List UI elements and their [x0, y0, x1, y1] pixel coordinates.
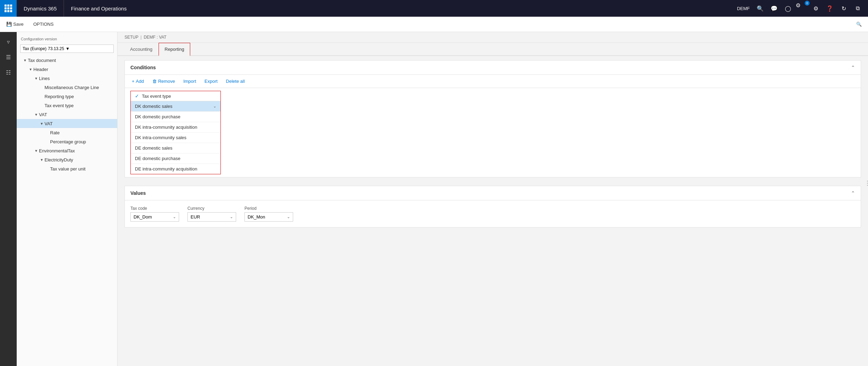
tree-arrow-tax-document: ▼	[22, 57, 28, 63]
search-icon-btn[interactable]: 🔍	[754, 2, 766, 15]
currency-value: EUR	[191, 214, 228, 220]
tree-arrow-tax-value-per-unit	[45, 166, 50, 172]
dk-intra-community-acquisition-label: DK intra-community acquisition	[135, 125, 197, 130]
tree-label-vat: VAT	[45, 121, 114, 126]
tree-item-reporting-type[interactable]: Reporting type	[17, 92, 117, 101]
check-icon: ✓	[135, 93, 139, 99]
content-area: SETUP | DEMF : VAT Accounting Reporting …	[118, 32, 868, 366]
app-name-label: Finance and Operations	[64, 0, 134, 17]
dropdown-row-de-intra-community-acquisition[interactable]: DE intra-community acquisition	[131, 164, 220, 174]
tree-arrow-lines: ▼	[33, 75, 39, 81]
fullscreen-icon-btn[interactable]: ⧉	[851, 2, 864, 15]
dk-intra-community-sales-label: DK intra-community sales	[135, 135, 186, 140]
options-button[interactable]: OPTIONS	[31, 20, 56, 28]
tree-label-electricity-duty: ElectricityDuty	[45, 157, 114, 162]
currency-field-group: Currency EUR ⌄	[187, 206, 236, 222]
currency-select[interactable]: EUR ⌄	[187, 212, 236, 222]
main-layout: ▿ ☰ ☷ Configuration version Tax (Europe)…	[0, 32, 868, 366]
export-button[interactable]: Export	[203, 78, 219, 85]
currency-chevron-icon: ⌄	[230, 215, 233, 219]
tree-item-percentage-group[interactable]: Percentage group	[17, 137, 117, 146]
filter-icon-btn[interactable]: ▿	[1, 35, 15, 49]
period-chevron-icon: ⌄	[287, 215, 290, 219]
add-icon: +	[132, 79, 135, 84]
tree-item-environmental-tax[interactable]: ▼ EnvironmentalTax	[17, 146, 117, 155]
dropdown-row-dk-intra-community-acquisition[interactable]: DK intra-community acquisition	[131, 122, 220, 133]
remove-icon: 🗑	[152, 79, 157, 84]
import-button[interactable]: Import	[182, 78, 198, 85]
apps-launcher-button[interactable]	[0, 0, 17, 17]
tab-accounting[interactable]: Accounting	[124, 43, 158, 56]
user-circle-icon-btn[interactable]: ◯	[782, 2, 794, 15]
tree-label-percentage-group: Percentage group	[50, 139, 114, 144]
tree-item-lines[interactable]: ▼ Lines	[17, 74, 117, 83]
tree-arrow-environmental-tax: ▼	[33, 148, 39, 153]
notification-count: 0	[805, 1, 810, 6]
tree-panel: Configuration version Tax (Europe) 73.13…	[17, 32, 118, 366]
config-version-dropdown[interactable]: Tax (Europe) 73.13.25 ▼	[20, 45, 114, 53]
help-icon-btn[interactable]: ❓	[823, 2, 836, 15]
dropdown-row-de-domestic-sales[interactable]: DE domestic sales	[131, 143, 220, 153]
config-dropdown-left: Tax (Europe)	[23, 46, 47, 51]
tax-code-value: DK_Dom	[134, 214, 171, 220]
values-collapse-btn[interactable]: ⌃	[851, 190, 855, 196]
de-domestic-sales-label: DE domestic sales	[135, 145, 172, 151]
dropdown-row-de-domestic-purchase[interactable]: DE domestic purchase	[131, 153, 220, 164]
tree-label-header: Header	[33, 67, 114, 72]
dropdown-row-dk-domestic-sales[interactable]: DK domestic sales ⌄	[131, 101, 220, 112]
user-label: DEMF	[734, 6, 753, 11]
import-label: Import	[183, 79, 196, 84]
tree-item-tax-document[interactable]: ▼ Tax document	[17, 56, 117, 65]
config-version-label: Configuration version	[17, 35, 117, 44]
notification-icon-btn[interactable]: ⚙ 0	[796, 2, 808, 15]
toolbar: 💾 Save OPTIONS 🔍	[0, 17, 868, 32]
tree-item-header[interactable]: ▼ Header	[17, 65, 117, 74]
tree-arrow-electricity-duty: ▼	[39, 157, 45, 162]
conditions-collapse-btn[interactable]: ⌃	[851, 65, 855, 70]
tree-item-electricity-duty[interactable]: ▼ ElectricityDuty	[17, 155, 117, 164]
toolbar-search-button[interactable]: 🔍	[854, 19, 864, 29]
options-label: OPTIONS	[33, 22, 54, 27]
dynamics365-label: Dynamics 365	[17, 0, 64, 17]
conditions-title: Conditions	[130, 65, 156, 70]
dropdown-header: ✓ Tax event type	[131, 91, 220, 101]
remove-button[interactable]: 🗑 Remove	[151, 78, 176, 85]
tree-item-rate[interactable]: Rate	[17, 128, 117, 137]
tree-item-vat-group[interactable]: ▼ VAT	[17, 110, 117, 119]
breadcrumb: SETUP | DEMF : VAT	[118, 32, 868, 43]
top-nav-right: DEMF 🔍 💬 ◯ ⚙ 0 ⚙ ❓ ↻ ⧉	[734, 2, 868, 15]
save-icon: 💾	[6, 22, 12, 27]
tax-code-select[interactable]: DK_Dom ⌄	[130, 212, 179, 222]
tree-item-misc-charge-line[interactable]: Miscellaneous Charge Line	[17, 83, 117, 92]
save-button[interactable]: 💾 Save	[4, 20, 26, 28]
tree-arrow-header: ▼	[28, 66, 33, 72]
dropdown-row-dk-intra-community-sales[interactable]: DK intra-community sales	[131, 133, 220, 143]
tree-item-vat[interactable]: ▼ VAT	[17, 119, 117, 128]
period-select[interactable]: DK_Mon ⌄	[244, 212, 293, 222]
values-section-header: Values ⌃	[125, 186, 861, 200]
menu-icon-btn[interactable]: ☰	[1, 50, 15, 64]
currency-label: Currency	[187, 206, 236, 211]
tree-label-environmental-tax: EnvironmentalTax	[39, 148, 114, 153]
dropdown-row-dk-domestic-purchase[interactable]: DK domestic purchase	[131, 112, 220, 122]
tabs-bar: Accounting Reporting	[118, 43, 868, 56]
tax-code-chevron-icon: ⌄	[173, 215, 176, 219]
grid-icon-btn[interactable]: ☷	[1, 65, 15, 79]
settings-icon-btn[interactable]: ⚙	[810, 2, 822, 15]
export-label: Export	[204, 79, 218, 84]
chat-icon-btn[interactable]: 💬	[768, 2, 780, 15]
refresh-icon-btn[interactable]: ↻	[837, 2, 850, 15]
tree-item-tax-event-type[interactable]: Tax event type	[17, 101, 117, 110]
tree-arrow-tax-event-type	[39, 103, 45, 108]
tree-label-vat-group: VAT	[39, 112, 114, 117]
delete-all-button[interactable]: Delete all	[225, 78, 246, 85]
tree-label-tax-event-type: Tax event type	[45, 103, 114, 108]
config-dropdown-right: 73.13.25	[48, 46, 64, 51]
tree-item-tax-value-per-unit[interactable]: Tax value per unit	[17, 164, 117, 173]
conditions-section-header: Conditions ⌃	[125, 61, 861, 75]
tree-arrow-misc	[39, 85, 45, 90]
tab-reporting[interactable]: Reporting	[159, 43, 190, 56]
conditions-toolbar: + Add 🗑 Remove Import Export Delete all	[125, 75, 861, 88]
tree-arrow-vat: ▼	[39, 121, 45, 126]
add-button[interactable]: + Add	[130, 78, 145, 85]
